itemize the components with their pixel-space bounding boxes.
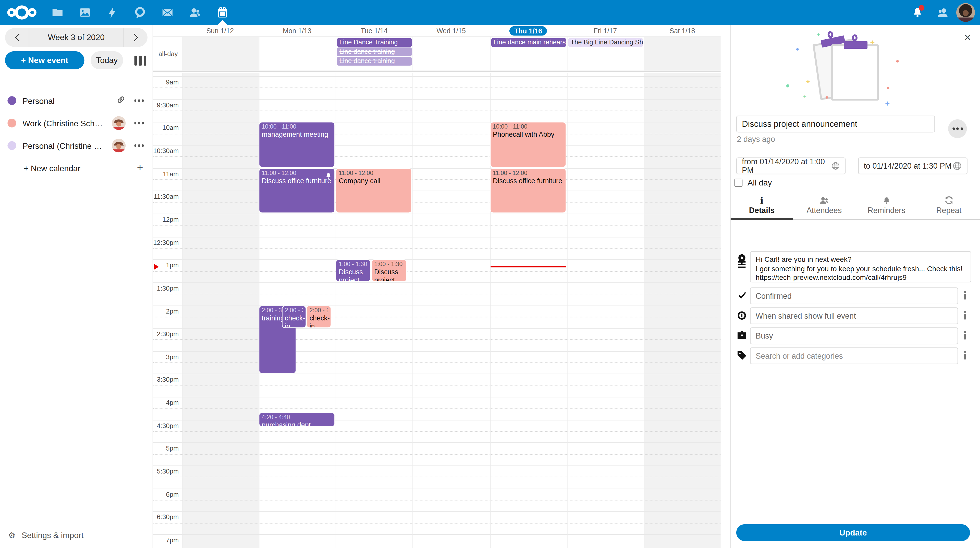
sidebar-calendar-item[interactable]: Work (Christine Schott) bbox=[0, 112, 153, 134]
details-tab-icon: i bbox=[731, 196, 793, 205]
event-title-input[interactable] bbox=[736, 116, 935, 132]
hour-line bbox=[153, 259, 721, 260]
end-datetime-field[interactable]: to 01/14/2020 at 1:30 PM bbox=[858, 157, 967, 174]
calendar-event[interactable]: 11:00 - 12:00Discuss office furniture bbox=[259, 168, 334, 213]
mail-icon[interactable] bbox=[154, 0, 181, 25]
categories-input[interactable] bbox=[750, 348, 958, 364]
view-toggle-icon[interactable] bbox=[133, 53, 148, 68]
all-day-event[interactable]: The Big Line Dancing Show bbox=[568, 38, 643, 46]
quarter-line bbox=[153, 179, 721, 180]
all-day-cell[interactable]: The Big Line Dancing Show bbox=[567, 37, 644, 70]
calendar-event[interactable]: 11:00 - 12:00Company call bbox=[336, 168, 411, 213]
categories-info-icon[interactable] bbox=[962, 351, 968, 360]
calendar-icon[interactable] bbox=[209, 0, 236, 25]
calendar-event[interactable]: 1:00 - 1:30Discuss project bbox=[372, 260, 406, 281]
day-header: Thu 1/16 bbox=[490, 25, 567, 36]
calendar-event[interactable]: 10:00 - 11:00Phonecall with Abby bbox=[490, 123, 565, 167]
quarter-line bbox=[153, 408, 721, 409]
app-icon-strip bbox=[44, 0, 236, 25]
sidebar-calendar-item[interactable]: Personal (Christine Schott) bbox=[0, 135, 153, 157]
calendar-menu-icon[interactable] bbox=[133, 97, 145, 104]
next-week-button[interactable] bbox=[124, 28, 148, 47]
hour-line bbox=[153, 488, 721, 489]
status-info-icon[interactable] bbox=[962, 291, 968, 300]
calendar-event[interactable]: 11:00 - 12:00Discuss office furniture bbox=[490, 168, 565, 213]
talk-icon[interactable] bbox=[126, 0, 154, 25]
freebusy-info-icon[interactable] bbox=[962, 330, 968, 340]
time-grid[interactable]: 9am9:30am10am10:30am11am11:30am12pm12:30… bbox=[153, 73, 721, 548]
photos-icon[interactable] bbox=[71, 0, 99, 25]
calendar-item-trailing bbox=[111, 139, 145, 152]
checkbox-box[interactable] bbox=[735, 179, 743, 187]
tab-repeat[interactable]: Repeat bbox=[918, 194, 980, 219]
today-button[interactable]: Today bbox=[91, 51, 123, 69]
visibility-info-icon[interactable] bbox=[962, 310, 968, 320]
calendar-event[interactable]: 1:00 - 1:30Discuss project announcement bbox=[336, 260, 370, 281]
calendar-event[interactable]: 2:00 - 2:30check-in bbox=[307, 306, 331, 327]
visibility-select[interactable]: When shared show full event bbox=[750, 307, 958, 324]
all-day-event[interactable]: Line dance training bbox=[337, 57, 412, 65]
all-day-event[interactable]: Line dance training bbox=[337, 48, 412, 56]
all-day-cell[interactable] bbox=[413, 37, 490, 70]
all-day-cell[interactable] bbox=[181, 37, 259, 70]
event-title: Discuss office furniture bbox=[493, 176, 563, 185]
quarter-line bbox=[153, 477, 721, 477]
hour-line bbox=[153, 511, 721, 512]
calendar-menu-icon[interactable] bbox=[133, 142, 145, 149]
tab-details[interactable]: iDetails bbox=[731, 194, 793, 219]
event-actions-menu-icon[interactable] bbox=[948, 119, 967, 138]
hour-line bbox=[153, 122, 721, 122]
new-event-button[interactable]: + New event bbox=[5, 51, 84, 69]
visibility-value: When shared show full event bbox=[756, 311, 856, 320]
notifications-bell-icon[interactable] bbox=[905, 0, 930, 25]
timezone-globe-icon[interactable] bbox=[831, 161, 840, 171]
tab-reminders[interactable]: Reminders bbox=[855, 194, 918, 219]
calendar-menu-icon[interactable] bbox=[133, 119, 145, 127]
all-day-cell[interactable]: Line dance main rehearsal bbox=[490, 37, 567, 70]
new-calendar-button[interactable]: + New calendar+ bbox=[0, 157, 153, 179]
freebusy-select[interactable]: Busy bbox=[750, 327, 958, 344]
contacts-icon[interactable] bbox=[181, 0, 209, 25]
all-day-cell[interactable] bbox=[644, 37, 721, 70]
activity-icon[interactable] bbox=[99, 0, 126, 25]
calendar-event[interactable]: 10:00 - 11:00management meeting bbox=[259, 123, 334, 167]
update-button[interactable]: Update bbox=[736, 524, 970, 541]
share-link-icon[interactable] bbox=[116, 95, 125, 106]
all-day-cell[interactable] bbox=[259, 37, 336, 70]
files-icon[interactable] bbox=[44, 0, 71, 25]
calendar-event[interactable]: 4:20 - 4:40purchasing dept bbox=[259, 413, 334, 427]
event-title: management meeting bbox=[262, 131, 332, 139]
user-avatar[interactable] bbox=[956, 3, 975, 22]
start-datetime-field[interactable]: from 01/14/2020 at 1:00 PM bbox=[736, 157, 846, 174]
time-label: 7pm bbox=[153, 536, 179, 543]
all-day-label: all-day bbox=[153, 37, 181, 70]
week-label[interactable]: Week 3 of 2020 bbox=[29, 28, 124, 47]
day-header-gutter bbox=[153, 25, 181, 36]
day-header: Wed 1/15 bbox=[413, 25, 490, 36]
calendar-item-trailing bbox=[116, 95, 145, 106]
description-textarea[interactable]: Hi Carl! are you in next week? I got som… bbox=[750, 251, 971, 282]
hour-line bbox=[153, 374, 721, 375]
tab-label: Repeat bbox=[918, 206, 980, 215]
status-select[interactable]: Confirmed bbox=[750, 288, 958, 304]
calendar-event[interactable]: 2:00 - 2:30check-in bbox=[282, 306, 306, 327]
sidebar-calendar-item[interactable]: Personal bbox=[0, 89, 153, 112]
previous-week-button[interactable] bbox=[5, 28, 29, 47]
all-day-event[interactable]: Line dance main rehearsal bbox=[491, 38, 566, 46]
modified-ago-label: 2 days ago bbox=[737, 135, 775, 144]
tab-attendees[interactable]: Attendees bbox=[793, 194, 855, 219]
day-header: Sun 1/12 bbox=[181, 25, 259, 36]
today-day-pill: Thu 1/16 bbox=[509, 26, 547, 35]
all-day-checkbox[interactable]: All day bbox=[735, 178, 772, 187]
quarter-line bbox=[153, 88, 721, 88]
all-day-event[interactable]: Line Dance Training bbox=[337, 38, 412, 46]
timezone-globe-icon[interactable] bbox=[953, 161, 962, 171]
sidebar-actions: + New event Today bbox=[5, 51, 148, 69]
settings-import-button[interactable]: ⚙ Settings & import bbox=[0, 522, 153, 548]
busy-briefcase-icon bbox=[737, 331, 747, 339]
time-label: 6pm bbox=[153, 490, 179, 498]
all-day-cell[interactable]: Line Dance TrainingLine dance trainingLi… bbox=[336, 37, 413, 70]
nextcloud-logo-icon[interactable] bbox=[0, 3, 44, 22]
event-time: 2:00 - 2:30 bbox=[285, 307, 304, 314]
contacts-menu-icon[interactable] bbox=[930, 0, 955, 25]
